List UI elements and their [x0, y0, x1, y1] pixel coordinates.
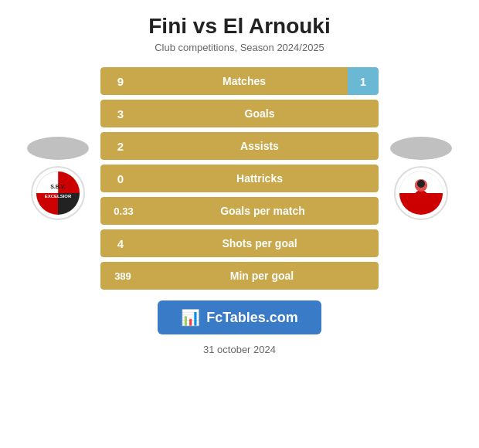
footer-date: 31 october 2024 [203, 344, 276, 355]
stats-column: 9 Matches 1 3 Goals 2 Assists 0 Hattrick… [93, 67, 386, 290]
assists-left-value: 2 [100, 132, 141, 160]
right-team-logo [394, 166, 448, 220]
matches-label: Matches [141, 67, 348, 95]
logo-right-area [386, 137, 456, 220]
goals-per-match-label: Goals per match [147, 197, 379, 225]
goals-label: Goals [141, 100, 379, 127]
team-right-shape [390, 137, 452, 160]
stat-row-shots-per-goal: 4 Shots per goal [100, 229, 379, 257]
logo-left-area: S.B.V. EXCELSIOR [23, 137, 93, 220]
matches-right-value: 1 [348, 67, 379, 95]
fctables-icon: 📊 [181, 308, 200, 327]
min-per-goal-label: Min per goal [145, 262, 379, 290]
fctables-banner[interactable]: 📊 FcTables.com [158, 300, 321, 334]
excelsior-logo: S.B.V. EXCELSIOR [31, 166, 85, 220]
stat-row-goals: 3 Goals [100, 100, 379, 127]
shots-per-goal-left-value: 4 [100, 229, 141, 257]
team-right [390, 137, 452, 220]
stat-row-matches: 9 Matches 1 [100, 67, 379, 95]
min-per-goal-left-value: 389 [100, 262, 145, 290]
hattricks-left-value: 0 [100, 165, 141, 192]
goals-per-match-left-value: 0.33 [100, 197, 147, 225]
page-title: Fini vs El Arnouki [148, 14, 330, 39]
assists-label: Assists [141, 132, 379, 160]
goals-left-value: 3 [100, 100, 141, 127]
page-subtitle: Club competitions, Season 2024/2025 [155, 42, 324, 53]
svg-text:EXCELSIOR: EXCELSIOR [45, 194, 72, 199]
hattricks-label: Hattricks [141, 165, 379, 192]
main-area: S.B.V. EXCELSIOR 9 Matches 1 3 Goals 2 [0, 67, 479, 290]
svg-point-7 [417, 180, 425, 188]
svg-text:S.B.V.: S.B.V. [50, 184, 66, 189]
page-container: Fini vs El Arnouki Club competitions, Se… [0, 0, 479, 448]
stat-row-min-per-goal: 389 Min per goal [100, 262, 379, 290]
stat-row-assists: 2 Assists [100, 132, 379, 160]
team-left-shape [27, 137, 89, 160]
fctables-label: FcTables.com [206, 310, 298, 326]
team-left: S.B.V. EXCELSIOR [27, 137, 89, 220]
stat-row-goals-per-match: 0.33 Goals per match [100, 197, 379, 225]
matches-left-value: 9 [100, 67, 141, 95]
stat-row-hattricks: 0 Hattricks [100, 165, 379, 192]
shots-per-goal-label: Shots per goal [141, 229, 379, 257]
